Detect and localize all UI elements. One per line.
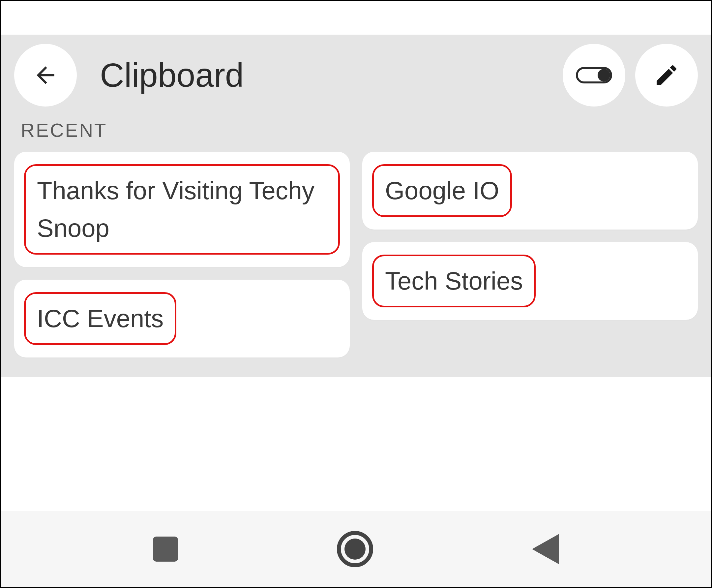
clip-card[interactable]: Google IO — [362, 152, 698, 230]
status-bar-area — [1, 1, 711, 35]
clip-card[interactable]: Thanks for Visiting Techy Snoop — [14, 152, 350, 267]
page-title: Clipboard — [100, 56, 563, 94]
toggle-icon — [576, 67, 612, 83]
edit-button[interactable] — [635, 44, 698, 106]
back-arrow-icon — [32, 62, 59, 88]
home-icon — [344, 539, 366, 560]
clips-grid: Thanks for Visiting Techy Snoop ICC Even… — [1, 152, 711, 377]
clip-card[interactable]: Tech Stories — [362, 242, 698, 320]
back-button[interactable] — [14, 44, 77, 106]
clipboard-toggle[interactable] — [563, 44, 625, 106]
home-button[interactable] — [337, 531, 373, 567]
recent-apps-button[interactable] — [153, 537, 178, 562]
left-column: Thanks for Visiting Techy Snoop ICC Even… — [14, 152, 350, 357]
back-nav-button[interactable] — [532, 534, 559, 564]
clip-text: Google IO — [372, 164, 512, 217]
pencil-icon — [653, 62, 680, 88]
right-column: Google IO Tech Stories — [362, 152, 698, 320]
clip-text: Tech Stories — [372, 255, 536, 307]
header: Clipboard — [1, 35, 711, 113]
clipboard-panel: Clipboard RECENT Thanks for Visiting Tec… — [1, 35, 711, 377]
clip-text: ICC Events — [24, 292, 176, 345]
clip-text: Thanks for Visiting Techy Snoop — [24, 164, 340, 255]
system-nav-bar — [1, 511, 711, 587]
recent-section-label: RECENT — [1, 113, 711, 152]
clip-card[interactable]: ICC Events — [14, 280, 350, 357]
